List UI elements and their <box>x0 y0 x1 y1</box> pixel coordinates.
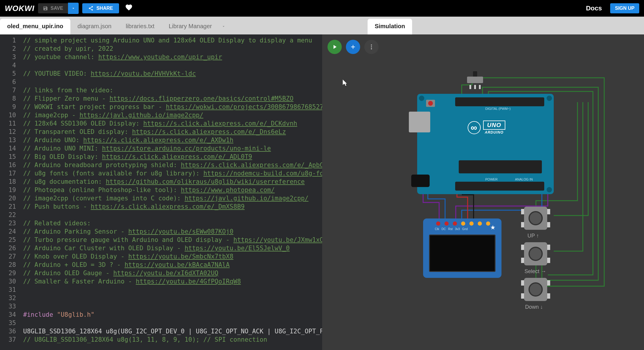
oled-display[interactable]: ★ ClkDCRst3v3Gnd <box>423 218 501 278</box>
atmega-chip <box>459 160 542 173</box>
save-label: SAVE <box>50 6 63 11</box>
line-gutter: 1234567891011121314151617181920212223242… <box>0 36 23 350</box>
digital-header[interactable] <box>455 97 544 106</box>
arduino-uno-board[interactable]: DIGITAL (PWM~) UNO ARDUINO POWER ANALOG … <box>417 94 554 194</box>
slide-switch[interactable] <box>467 72 483 87</box>
like-button[interactable] <box>125 4 133 13</box>
tab-sketch[interactable]: oled_menu_upir.ino <box>0 19 70 34</box>
main-area: 1234567891011121314151617181920212223242… <box>0 34 644 350</box>
digital-label: DIGITAL (PWM~) <box>485 107 511 110</box>
save-icon <box>43 6 48 11</box>
svg-point-1 <box>371 46 372 47</box>
share-icon <box>88 6 94 11</box>
usb-port <box>409 112 430 132</box>
analog-label: ANALOG IN <box>515 178 533 181</box>
play-icon <box>331 44 338 50</box>
tab-simulation[interactable]: Simulation <box>368 19 412 34</box>
button-select-label: Select → <box>525 268 546 275</box>
tab-dropdown-icon[interactable] <box>221 24 226 28</box>
top-toolbar: WOKWI SAVE SHARE Docs SIGN UP <box>0 0 644 17</box>
power-label: POWER <box>485 178 498 181</box>
wokwi-logo[interactable]: WOKWI <box>5 4 34 13</box>
svg-point-0 <box>371 45 372 46</box>
more-button[interactable] <box>364 40 379 54</box>
share-button[interactable]: SHARE <box>82 3 119 13</box>
svg-point-2 <box>371 48 372 50</box>
code-lines[interactable]: // simple project using Arduino UNO and … <box>23 36 322 350</box>
power-analog-header[interactable] <box>455 182 544 191</box>
save-group: SAVE <box>38 3 78 14</box>
tab-bar: oled_menu_upir.ino diagram.json librarie… <box>0 17 644 34</box>
sim-canvas[interactable]: DIGITAL (PWM~) UNO ARDUINO POWER ANALOG … <box>322 34 644 350</box>
code-editor[interactable]: 1234567891011121314151617181920212223242… <box>0 34 322 350</box>
docs-link[interactable]: Docs <box>586 4 602 12</box>
run-button[interactable] <box>327 40 342 54</box>
heart-icon <box>125 4 133 11</box>
oled-screen <box>429 235 496 272</box>
tab-libraries[interactable]: libraries.txt <box>118 19 162 34</box>
tab-library-manager[interactable]: Library Manager <box>162 19 219 34</box>
simulator-pane[interactable]: DIGITAL (PWM~) UNO ARDUINO POWER ANALOG … <box>322 34 644 350</box>
star-icon: ★ <box>490 224 496 231</box>
signup-button[interactable]: SIGN UP <box>610 3 639 13</box>
tab-diagram[interactable]: diagram.json <box>70 19 119 34</box>
button-up-label: UP ↑ <box>528 233 539 239</box>
oled-pin-labels: ClkDCRst3v3Gnd <box>435 227 468 231</box>
share-label: SHARE <box>96 6 113 11</box>
save-dropdown[interactable] <box>68 3 79 14</box>
arduino-logo: UNO ARDUINO <box>468 121 505 134</box>
oled-pins <box>436 221 490 226</box>
caret-down-icon <box>71 6 75 10</box>
more-vert-icon <box>368 44 375 50</box>
reset-button[interactable] <box>426 100 435 107</box>
button-down[interactable] <box>524 278 547 301</box>
plus-icon <box>350 44 356 50</box>
sim-controls <box>327 40 379 54</box>
button-select[interactable] <box>524 242 547 265</box>
save-button: SAVE <box>38 3 68 13</box>
power-jack <box>411 175 430 187</box>
button-up[interactable] <box>524 207 547 230</box>
add-part-button[interactable] <box>346 40 360 54</box>
button-down-label: Down ↓ <box>525 304 543 310</box>
